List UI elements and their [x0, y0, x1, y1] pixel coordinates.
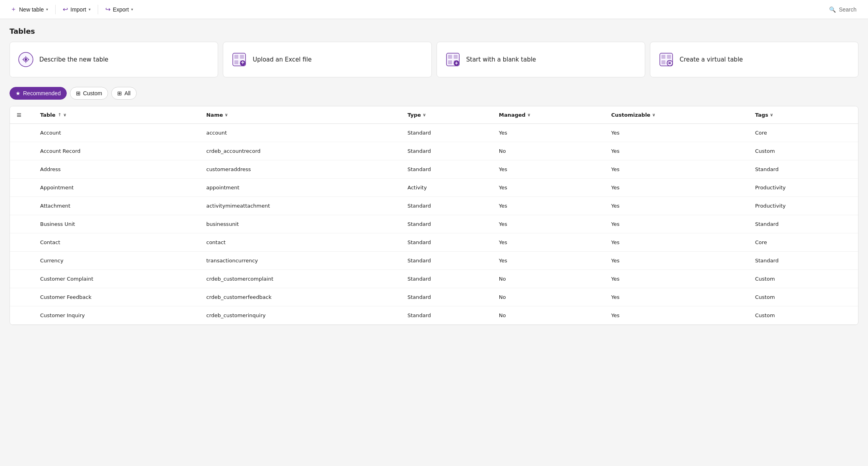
cell-managed-9: No [493, 288, 605, 306]
cell-tags-2: Standard [749, 160, 858, 179]
filter-custom-label: Custom [83, 90, 102, 96]
filter-custom-button[interactable]: ⊞ Custom [70, 87, 108, 100]
upload-excel-card[interactable]: Upload an Excel file [223, 42, 431, 77]
cell-tags-3: Productivity [749, 179, 858, 197]
table-row: ⋮ Account account Standard Yes Yes Core [10, 124, 858, 142]
export-icon: ↪ [105, 6, 110, 13]
th-table[interactable]: Table ↑ ∨ [34, 106, 200, 124]
cell-type-5: Standard [401, 215, 493, 233]
separator-1 [55, 5, 56, 14]
row-menu-cell-6: ⋮ [10, 233, 34, 252]
cell-type-7: Standard [401, 252, 493, 270]
describe-table-label: Describe the new table [39, 56, 108, 63]
table-row: ⋮ Contact contact Standard Yes Yes Core [10, 233, 858, 252]
export-button[interactable]: ↪ Export ▾ [101, 3, 137, 15]
cell-name-5: businessunit [200, 215, 401, 233]
import-label: Import [70, 6, 86, 13]
filter-all-button[interactable]: ⊞ All [111, 87, 137, 100]
filter-recommended-button[interactable]: ★ Recommended [10, 87, 67, 100]
cell-name-2: customeraddress [200, 160, 401, 179]
new-table-button[interactable]: ＋ New table ▾ [6, 3, 52, 16]
cell-table-4: Attachment [34, 197, 200, 215]
th-name-label: Name [206, 112, 223, 118]
cell-customizable-3: Yes [605, 179, 749, 197]
row-menu-cell-0: ⋮ [10, 124, 34, 142]
new-table-label: New table [19, 6, 44, 13]
th-tags[interactable]: Tags ∨ [749, 106, 858, 124]
star-icon: ★ [15, 90, 21, 96]
cell-tags-7: Standard [749, 252, 858, 270]
svg-rect-10 [454, 55, 458, 59]
cell-tags-1: Custom [749, 142, 858, 160]
upload-excel-label: Upload an Excel file [253, 56, 311, 63]
table-row: ⋮ Customer Complaint crdeb_customercompl… [10, 270, 858, 288]
tags-filter-icon: ∨ [770, 112, 773, 117]
th-customizable[interactable]: Customizable ∨ [605, 106, 749, 124]
table-row: ⋮ Attachment activitymimeattachment Stan… [10, 197, 858, 215]
cell-table-6: Contact [34, 233, 200, 252]
cell-name-8: crdeb_customercomplaint [200, 270, 401, 288]
svg-rect-3 [234, 55, 238, 59]
th-type-label: Type [408, 112, 421, 118]
cell-managed-7: Yes [493, 252, 605, 270]
svg-rect-16 [667, 55, 671, 59]
row-menu-cell-3: ⋮ [10, 179, 34, 197]
column-lines-icon[interactable]: ≡ [16, 111, 21, 119]
cell-type-10: Standard [401, 306, 493, 325]
virtual-table-label: Create a virtual table [680, 56, 743, 63]
table-row: ⋮ Business Unit businessunit Standard Ye… [10, 215, 858, 233]
cell-tags-0: Core [749, 124, 858, 142]
cell-type-8: Standard [401, 270, 493, 288]
cell-table-3: Appointment [34, 179, 200, 197]
cell-name-10: crdeb_customerinquiry [200, 306, 401, 325]
th-type[interactable]: Type ∨ [401, 106, 493, 124]
customizable-filter-icon: ∨ [652, 112, 655, 117]
cell-managed-5: Yes [493, 215, 605, 233]
page-title: Tables [10, 27, 858, 35]
row-menu-cell-1: ⋮ [10, 142, 34, 160]
upload-excel-icon [231, 52, 247, 67]
row-menu-cell-2: ⋮ [10, 160, 34, 179]
svg-rect-15 [661, 55, 665, 59]
search-button[interactable]: 🔍 Search [824, 4, 862, 15]
cell-customizable-5: Yes [605, 215, 749, 233]
cell-type-0: Standard [401, 124, 493, 142]
describe-table-card[interactable]: Describe the new table [10, 42, 218, 77]
cell-customizable-7: Yes [605, 252, 749, 270]
cell-tags-6: Core [749, 233, 858, 252]
th-name[interactable]: Name ∨ [200, 106, 401, 124]
svg-point-1 [25, 58, 27, 61]
blank-table-icon [445, 52, 461, 67]
cell-table-0: Account [34, 124, 200, 142]
table-header-row: ≡ Table ↑ ∨ Name ∨ [10, 106, 858, 124]
cell-customizable-1: Yes [605, 142, 749, 160]
cell-name-6: contact [200, 233, 401, 252]
th-lines: ≡ [10, 106, 34, 124]
cell-type-1: Standard [401, 142, 493, 160]
import-icon: ↩ [63, 6, 68, 13]
export-label: Export [113, 6, 129, 13]
action-cards-container: Describe the new table Upload an Excel f… [10, 42, 858, 77]
filter-recommended-label: Recommended [23, 90, 61, 96]
import-button[interactable]: ↩ Import ▾ [59, 3, 95, 15]
row-menu-cell-10: ⋮ [10, 306, 34, 325]
th-managed[interactable]: Managed ∨ [493, 106, 605, 124]
search-label: Search [839, 6, 856, 13]
describe-table-icon [18, 52, 34, 67]
cell-table-5: Business Unit [34, 215, 200, 233]
cell-type-3: Activity [401, 179, 493, 197]
table-row: ⋮ Account Record crdeb_accountrecord Sta… [10, 142, 858, 160]
cell-managed-3: Yes [493, 179, 605, 197]
cell-customizable-9: Yes [605, 288, 749, 306]
cell-table-9: Customer Feedback [34, 288, 200, 306]
cell-tags-9: Custom [749, 288, 858, 306]
virtual-table-card[interactable]: Create a virtual table [650, 42, 858, 77]
plus-icon: ＋ [10, 5, 17, 13]
cell-name-4: activitymimeattachment [200, 197, 401, 215]
blank-table-card[interactable]: Start with a blank table [437, 42, 645, 77]
cell-managed-2: Yes [493, 160, 605, 179]
svg-rect-11 [448, 60, 452, 64]
cell-customizable-2: Yes [605, 160, 749, 179]
cell-tags-8: Custom [749, 270, 858, 288]
type-filter-icon: ∨ [423, 112, 426, 117]
